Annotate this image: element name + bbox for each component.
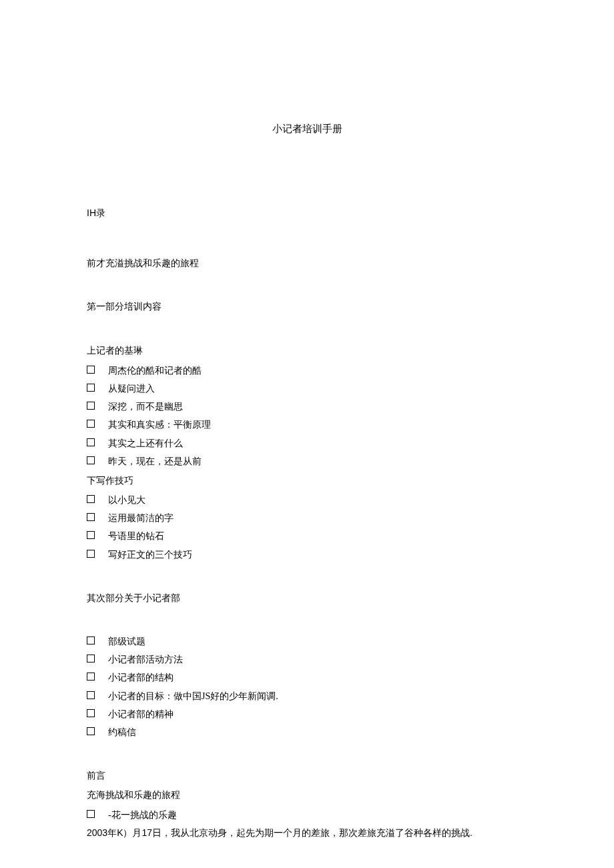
foreword-heading: 前言 <box>87 767 527 784</box>
list-item: 深挖，而不是幽思 <box>87 398 527 415</box>
list-item: 昨天，现在，还是从前 <box>87 453 527 470</box>
item-text: 小记者部的结构 <box>108 669 527 686</box>
list-item: 约稿信 <box>87 724 527 741</box>
checkbox-icon <box>87 709 95 717</box>
part1-heading: 第一部分培训内容 <box>87 298 527 315</box>
list-item: 部级试题 <box>87 633 527 650</box>
item-text: 写好正文的三个技巧 <box>108 546 527 563</box>
checkbox-icon <box>87 438 95 446</box>
list-item: 其实之上还有什么 <box>87 435 527 452</box>
item-text: 运用最简洁的字 <box>108 510 527 526</box>
item-text: 其实之上还有什么 <box>108 435 527 452</box>
list-item: 小记者部活动方法 <box>87 651 527 668</box>
list-item: -花一挑战的乐趣 <box>87 807 527 823</box>
checkbox-icon <box>87 636 95 644</box>
item-text: 号语里的钻石 <box>108 528 527 544</box>
checkbox-icon <box>87 366 95 374</box>
document-title: 小记者培训手册 <box>87 120 527 138</box>
list-item: 其实和真实感：平衡原理 <box>87 416 527 433</box>
list-item: 号语里的钻石 <box>87 528 527 544</box>
item-text: 约稿信 <box>108 724 527 741</box>
checkbox-icon <box>87 513 95 521</box>
item-text: 部级试题 <box>108 633 527 650</box>
item-text: 周杰伦的酷和记者的酷 <box>108 362 527 379</box>
list-item: 周杰伦的酷和记者的酷 <box>87 362 527 379</box>
item-text: 深挖，而不是幽思 <box>108 398 527 415</box>
item-text: 昨天，现在，还是从前 <box>108 453 527 470</box>
item-text: 从疑问进入 <box>108 380 527 397</box>
item-text: 小记者部活动方法 <box>108 651 527 668</box>
checkbox-icon <box>87 727 95 735</box>
list-item: 小记者部的精神 <box>87 706 527 723</box>
item-text: -花一挑战的乐趣 <box>108 807 527 823</box>
foreword-body: 2003年K）月17日，我从北京动身，起先为期一个月的差旅，那次差旅充溢了谷种各… <box>87 825 527 841</box>
section-a-heading: 上记者的基琳 <box>87 342 527 359</box>
section-b-heading: 下写作技巧 <box>87 472 527 489</box>
list-item: 写好正文的三个技巧 <box>87 546 527 563</box>
list-item: 以小见大 <box>87 492 527 508</box>
checkbox-icon <box>87 420 95 428</box>
list-item: 运用最简洁的字 <box>87 510 527 526</box>
preface-line: 前才充溢挑战和乐趣的旅程 <box>87 255 527 272</box>
checkbox-icon <box>87 402 95 410</box>
checkbox-icon <box>87 384 95 392</box>
item-text: 小记者的目标：做中国JS好的少年新闻调. <box>108 688 527 705</box>
item-text: 其实和真实感：平衡原理 <box>108 416 527 433</box>
list-item: 小记者部的结构 <box>87 669 527 686</box>
checkbox-icon <box>87 456 95 464</box>
checkbox-icon <box>87 531 95 539</box>
list-item: 从疑问进入 <box>87 380 527 397</box>
checkbox-icon <box>87 810 95 818</box>
checkbox-icon <box>87 691 95 699</box>
checkbox-icon <box>87 550 95 558</box>
checkbox-icon <box>87 673 95 681</box>
toc-label: IH录 <box>87 205 527 222</box>
foreword-sub: 充海挑战和乐趣的旅程 <box>87 787 527 803</box>
item-text: 小记者部的精神 <box>108 706 527 723</box>
list-item: 小记者的目标：做中国JS好的少年新闻调. <box>87 688 527 705</box>
checkbox-icon <box>87 655 95 663</box>
part2-heading: 其次部分关于小记者部 <box>87 590 527 606</box>
checkbox-icon <box>87 495 95 503</box>
item-text: 以小见大 <box>108 492 527 508</box>
